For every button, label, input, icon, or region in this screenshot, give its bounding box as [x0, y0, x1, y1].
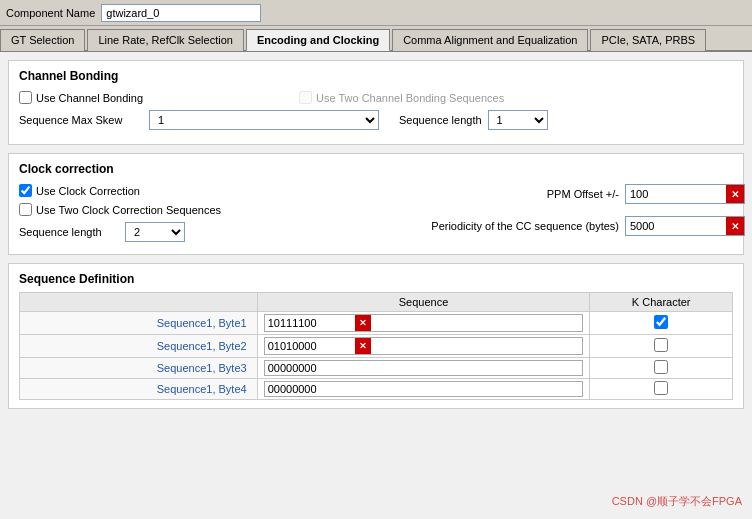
periodicity-input[interactable] — [626, 219, 726, 233]
channel-bonding-title: Channel Bonding — [19, 69, 733, 83]
tab-comma-alignment[interactable]: Comma Alignment and Equalization — [392, 29, 588, 51]
seq-row4-label: Sequence1, Byte4 — [20, 379, 258, 400]
seq-row1-kchar-checkbox[interactable] — [654, 315, 668, 329]
seq-table-col-sequence: Sequence — [257, 293, 590, 312]
ppm-offset-input-container: ✕ — [625, 184, 745, 204]
seq-row4-input[interactable] — [265, 382, 355, 396]
seq-row1-input[interactable] — [265, 316, 355, 330]
tab-pcie-sata-prbs[interactable]: PCIe, SATA, PRBS — [590, 29, 706, 51]
ppm-offset-row: PPM Offset +/- ✕ — [399, 184, 745, 204]
seq-row2-input[interactable] — [265, 339, 355, 353]
main-content: Channel Bonding Use Channel Bonding Use … — [0, 52, 752, 417]
table-row: Sequence1, Byte4 — [20, 379, 733, 400]
seq-row2-clear-button[interactable]: ✕ — [355, 338, 371, 354]
table-row: Sequence1, Byte3 — [20, 358, 733, 379]
seq-row2-label: Sequence1, Byte2 — [20, 335, 258, 358]
cc-seq-length-label: Sequence length — [19, 226, 119, 238]
channel-bonding-seq-length-label: Sequence length — [399, 114, 482, 126]
use-two-channel-bonding-checkbox — [299, 91, 312, 104]
table-row: Sequence1, Byte2 ✕ — [20, 335, 733, 358]
clock-correction-section: Clock correction Use Clock Correction Us… — [8, 153, 744, 255]
channel-bonding-row1: Use Channel Bonding Use Two Channel Bond… — [19, 91, 733, 104]
use-two-clock-correction-label[interactable]: Use Two Clock Correction Sequences — [19, 203, 221, 216]
tab-gt-selection[interactable]: GT Selection — [0, 29, 85, 51]
seq-row3-kchar-checkbox[interactable] — [654, 360, 668, 374]
seq-row1-input-container: ✕ — [264, 314, 584, 332]
tab-bar: GT Selection Line Rate, RefClk Selection… — [0, 26, 752, 52]
ppm-offset-input[interactable] — [626, 187, 726, 201]
tab-encoding-clocking[interactable]: Encoding and Clocking — [246, 29, 390, 51]
use-clock-correction-checkbox[interactable] — [19, 184, 32, 197]
seq-row3-label: Sequence1, Byte3 — [20, 358, 258, 379]
clock-correction-title: Clock correction — [19, 162, 733, 176]
seq-row2-input-container: ✕ — [264, 337, 584, 355]
component-name-input[interactable] — [101, 4, 261, 22]
seq-row1-seq-cell: ✕ — [257, 312, 590, 335]
sequence-definition-table: Sequence K Character Sequence1, Byte1 ✕ — [19, 292, 733, 400]
sequence-definition-section: Sequence Definition Sequence K Character… — [8, 263, 744, 409]
use-channel-bonding-checkbox[interactable] — [19, 91, 32, 104]
ppm-offset-clear-button[interactable]: ✕ — [726, 185, 744, 203]
periodicity-row: Periodicity of the CC sequence (bytes) ✕ — [399, 216, 745, 236]
periodicity-clear-button[interactable]: ✕ — [726, 217, 744, 235]
seq-row3-kchar-cell — [590, 358, 733, 379]
cc-seq-length-select[interactable]: 1 2 4 — [125, 222, 185, 242]
seq-table-col-empty — [20, 293, 258, 312]
channel-bonding-seq-length-select[interactable]: 1 2 4 — [488, 110, 548, 130]
use-clock-correction-row: Use Clock Correction — [19, 184, 399, 197]
seq-row1-kchar-cell — [590, 312, 733, 335]
table-row: Sequence1, Byte1 ✕ — [20, 312, 733, 335]
channel-bonding-section: Channel Bonding Use Channel Bonding Use … — [8, 60, 744, 145]
seq-row3-input[interactable] — [265, 361, 355, 375]
sequence-max-skew-label: Sequence Max Skew — [19, 114, 149, 126]
seq-row2-seq-cell: ✕ — [257, 335, 590, 358]
seq-row4-kchar-cell — [590, 379, 733, 400]
use-two-clock-correction-row: Use Two Clock Correction Sequences — [19, 203, 399, 216]
seq-row3-seq-cell — [257, 358, 590, 379]
periodicity-input-container: ✕ — [625, 216, 745, 236]
channel-bonding-row2: Sequence Max Skew 1 2 4 8 Sequence lengt… — [19, 110, 733, 130]
seq-row2-kchar-cell — [590, 335, 733, 358]
seq-row3-input-container — [264, 360, 584, 376]
sequence-max-skew-select[interactable]: 1 2 4 8 — [149, 110, 379, 130]
use-clock-correction-label[interactable]: Use Clock Correction — [19, 184, 140, 197]
sequence-definition-title: Sequence Definition — [19, 272, 733, 286]
seq-row1-label: Sequence1, Byte1 — [20, 312, 258, 335]
seq-row4-seq-cell — [257, 379, 590, 400]
seq-table-col-kchar: K Character — [590, 293, 733, 312]
tab-line-rate[interactable]: Line Rate, RefClk Selection — [87, 29, 244, 51]
use-two-clock-correction-checkbox[interactable] — [19, 203, 32, 216]
seq-row2-kchar-checkbox[interactable] — [654, 338, 668, 352]
watermark: CSDN @顺子学不会FPGA — [612, 494, 742, 509]
top-bar: Component Name — [0, 0, 752, 26]
component-name-label: Component Name — [6, 7, 95, 19]
periodicity-label: Periodicity of the CC sequence (bytes) — [399, 220, 619, 232]
seq-row4-input-container — [264, 381, 584, 397]
ppm-offset-label: PPM Offset +/- — [399, 188, 619, 200]
use-channel-bonding-label[interactable]: Use Channel Bonding — [19, 91, 299, 104]
use-two-channel-bonding-label: Use Two Channel Bonding Sequences — [299, 91, 504, 104]
seq-row4-kchar-checkbox[interactable] — [654, 381, 668, 395]
cc-seq-length-row: Sequence length 1 2 4 — [19, 222, 399, 242]
seq-row1-clear-button[interactable]: ✕ — [355, 315, 371, 331]
